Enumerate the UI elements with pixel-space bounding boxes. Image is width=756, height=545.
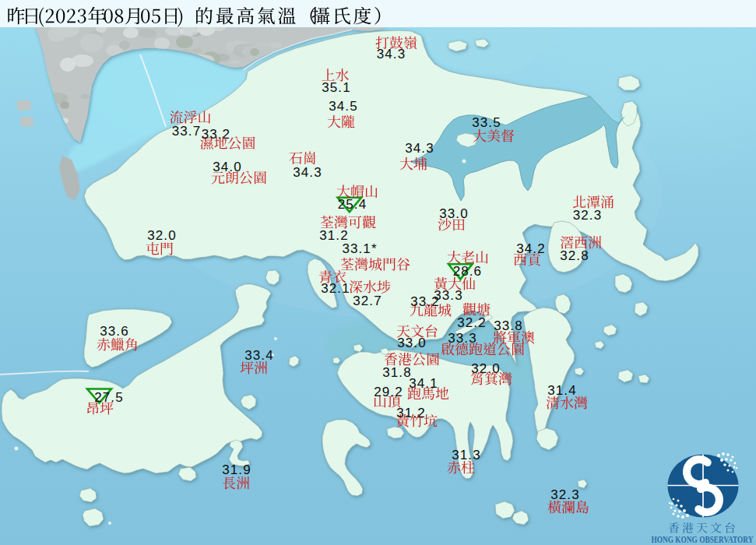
svg-text:34.3: 34.3 [293, 165, 322, 180]
svg-text:32.0: 32.0 [471, 361, 501, 376]
svg-text:33.6: 33.6 [100, 324, 129, 339]
svg-text:33.2: 33.2 [410, 294, 440, 309]
svg-text:33.7: 33.7 [172, 124, 202, 139]
svg-text:34.3: 34.3 [377, 47, 406, 62]
svg-text:34.0: 34.0 [213, 160, 242, 174]
svg-text:31.8: 31.8 [382, 365, 412, 380]
svg-text:29.2: 29.2 [374, 385, 403, 399]
svg-text:32.2: 32.2 [457, 315, 487, 330]
svg-text:33.3: 33.3 [448, 331, 477, 346]
svg-text:32.0: 32.0 [147, 228, 177, 243]
svg-text:31.3: 31.3 [452, 448, 481, 462]
svg-text:32.3: 32.3 [550, 487, 580, 502]
svg-text:32.7: 32.7 [353, 294, 382, 308]
svg-text:31.2: 31.2 [396, 406, 426, 420]
svg-text:31.9: 31.9 [222, 462, 251, 477]
svg-text:33.8: 33.8 [494, 318, 523, 333]
svg-text:28.6: 28.6 [453, 264, 483, 279]
svg-text:33.0: 33.0 [439, 206, 469, 221]
svg-text:35.1: 35.1 [322, 80, 351, 95]
svg-text:33.2: 33.2 [202, 127, 231, 142]
svg-text:33.0: 33.0 [397, 336, 427, 350]
svg-text:32.3: 32.3 [573, 208, 603, 223]
svg-text:32.8: 32.8 [560, 248, 589, 263]
svg-text:34.3: 34.3 [405, 141, 434, 156]
svg-text:34.5: 34.5 [329, 99, 358, 114]
svg-text:27.5: 27.5 [94, 390, 124, 405]
svg-text:33.1*: 33.1* [342, 241, 377, 256]
svg-text:33.5: 33.5 [472, 115, 501, 130]
svg-text:33.4: 33.4 [244, 348, 274, 363]
svg-text:HONG KONG OBSERVATORY: HONG KONG OBSERVATORY [652, 534, 754, 545]
svg-text:32.1: 32.1 [321, 281, 350, 296]
svg-text:25.4: 25.4 [338, 197, 367, 212]
svg-text:34.2: 34.2 [516, 241, 546, 256]
svg-text:31.4: 31.4 [547, 383, 577, 398]
svg-text:34.1: 34.1 [409, 376, 438, 391]
